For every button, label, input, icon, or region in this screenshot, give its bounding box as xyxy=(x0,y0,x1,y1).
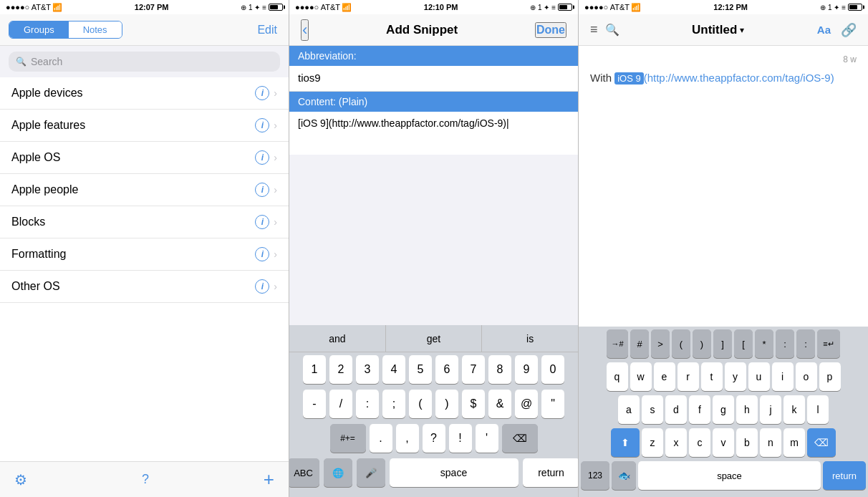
key-apostrophe[interactable]: ' xyxy=(476,424,498,453)
key-colon2[interactable]: : xyxy=(796,329,815,358)
list-item[interactable]: Other OS i › xyxy=(0,271,289,303)
key-slash[interactable]: / xyxy=(329,390,352,418)
key-c[interactable]: c xyxy=(689,428,710,457)
key-5[interactable]: 5 xyxy=(409,355,432,384)
key-d[interactable]: d xyxy=(665,395,687,424)
key-8[interactable]: 8 xyxy=(488,355,511,384)
key-n[interactable]: n xyxy=(760,428,781,457)
content-value[interactable]: [iOS 9](http://www.theappfactor.com/tag/… xyxy=(289,112,578,155)
list-item[interactable]: Apple OS i › xyxy=(0,142,289,174)
key-exclaim[interactable]: ! xyxy=(449,424,472,453)
key-question[interactable]: ? xyxy=(423,424,445,453)
return-key-r[interactable]: return xyxy=(823,461,866,490)
segment-control[interactable]: Groups Notes xyxy=(9,21,122,39)
list-item[interactable]: Apple features i › xyxy=(0,110,289,142)
key-t[interactable]: t xyxy=(701,362,723,391)
key-3[interactable]: 3 xyxy=(356,355,379,384)
key-f[interactable]: f xyxy=(689,395,710,424)
done-button[interactable]: Done xyxy=(535,22,566,38)
search-icon[interactable]: 🔍 xyxy=(605,23,619,37)
list-item[interactable]: Blocks i › xyxy=(0,206,289,238)
key-q[interactable]: q xyxy=(607,362,628,391)
key-tab[interactable]: →# xyxy=(607,329,628,358)
key-z[interactable]: z xyxy=(642,428,663,457)
delete-key[interactable]: ⌫ xyxy=(502,424,538,453)
key-0[interactable]: 0 xyxy=(541,355,564,384)
key-g[interactable]: g xyxy=(713,395,734,424)
editor-content[interactable]: 8 w With iOS 9(http://www.theappfactor.c… xyxy=(579,46,868,327)
key-period[interactable]: . xyxy=(370,424,392,453)
editor-link[interactable]: (http://www.theappfactor.com/tag/iOS-9) xyxy=(644,72,834,84)
key-star[interactable]: * xyxy=(755,329,773,358)
key-b[interactable]: b xyxy=(736,428,758,457)
help-icon[interactable]: ? xyxy=(142,472,149,487)
delete-key-r[interactable]: ⌫ xyxy=(807,428,836,457)
key-1[interactable]: 1 xyxy=(303,355,326,384)
info-icon[interactable]: i xyxy=(255,86,269,100)
search-bar[interactable]: 🔍 Search xyxy=(9,52,280,72)
key-i[interactable]: i xyxy=(772,362,794,391)
suggestion-get[interactable]: get xyxy=(386,325,483,352)
key-open-paren[interactable]: ( xyxy=(672,329,690,358)
key-s[interactable]: s xyxy=(642,395,663,424)
key-col[interactable]: : xyxy=(776,329,794,358)
info-icon[interactable]: i xyxy=(255,150,269,165)
key-at[interactable]: @ xyxy=(515,390,538,418)
key-close-paren[interactable]: ) xyxy=(693,329,711,358)
link-icon[interactable]: 🔗 xyxy=(841,22,857,38)
key-o[interactable]: o xyxy=(796,362,817,391)
groups-tab[interactable]: Groups xyxy=(9,21,69,38)
list-item[interactable]: Apple devices i › xyxy=(0,77,289,110)
key-y[interactable]: y xyxy=(725,362,746,391)
key-2[interactable]: 2 xyxy=(329,355,352,384)
key-colon[interactable]: : xyxy=(356,390,379,418)
add-icon[interactable]: + xyxy=(264,468,274,491)
key-abc[interactable]: ABC xyxy=(289,458,319,487)
editor-title-area[interactable]: Untitled ▾ xyxy=(692,23,744,37)
key-x[interactable]: x xyxy=(665,428,687,457)
key-rparen[interactable]: ) xyxy=(435,390,458,418)
list-item[interactable]: Formatting i › xyxy=(0,238,289,271)
info-icon[interactable]: i xyxy=(255,183,269,197)
key-7[interactable]: 7 xyxy=(462,355,485,384)
info-icon[interactable]: i xyxy=(255,118,269,132)
key-6[interactable]: 6 xyxy=(435,355,458,384)
key-quote[interactable]: " xyxy=(541,390,564,418)
key-amp[interactable]: & xyxy=(488,390,511,418)
key-p[interactable]: p xyxy=(819,362,841,391)
key-dollar[interactable]: $ xyxy=(462,390,485,418)
key-9[interactable]: 9 xyxy=(515,355,538,384)
key-w[interactable]: w xyxy=(630,362,652,391)
key-enter-sym[interactable]: ≡↵ xyxy=(817,329,840,358)
key-l[interactable]: l xyxy=(807,395,829,424)
globe-icon[interactable]: 🌐 xyxy=(324,458,352,487)
key-k[interactable]: k xyxy=(783,395,805,424)
key-a[interactable]: a xyxy=(618,395,640,424)
space-key[interactable]: space xyxy=(390,458,519,487)
key-hashtag[interactable]: #+= xyxy=(330,424,366,453)
list-item[interactable]: Apple people i › xyxy=(0,174,289,206)
back-button[interactable]: ‹ xyxy=(301,19,309,41)
mic-icon[interactable]: 🎤 xyxy=(357,458,385,487)
edit-button[interactable]: Edit xyxy=(254,24,280,37)
info-icon[interactable]: i xyxy=(255,279,269,294)
hamburger-icon[interactable]: ≡ xyxy=(590,22,598,37)
key-dash[interactable]: - xyxy=(303,390,326,418)
key-r[interactable]: r xyxy=(677,362,699,391)
key-comma[interactable]: , xyxy=(396,424,419,453)
key-j[interactable]: j xyxy=(760,395,781,424)
font-size-button[interactable]: Aa xyxy=(817,24,831,36)
key-open-bracket[interactable]: [ xyxy=(734,329,753,358)
space-key-r[interactable]: space xyxy=(638,461,821,490)
suggestion-and[interactable]: and xyxy=(289,325,386,352)
info-icon[interactable]: i xyxy=(255,215,269,229)
key-4[interactable]: 4 xyxy=(382,355,405,384)
editor-text-body[interactable]: With iOS 9(http://www.theappfactor.com/t… xyxy=(590,70,857,87)
key-m[interactable]: m xyxy=(783,428,805,457)
key-lparen[interactable]: ( xyxy=(409,390,432,418)
numbers-key[interactable]: 123 xyxy=(581,461,609,490)
info-icon[interactable]: i xyxy=(255,247,269,261)
shift-key[interactable]: ⬆ xyxy=(611,428,640,457)
key-hash[interactable]: # xyxy=(630,329,649,358)
key-close-bracket[interactable]: ] xyxy=(713,329,732,358)
